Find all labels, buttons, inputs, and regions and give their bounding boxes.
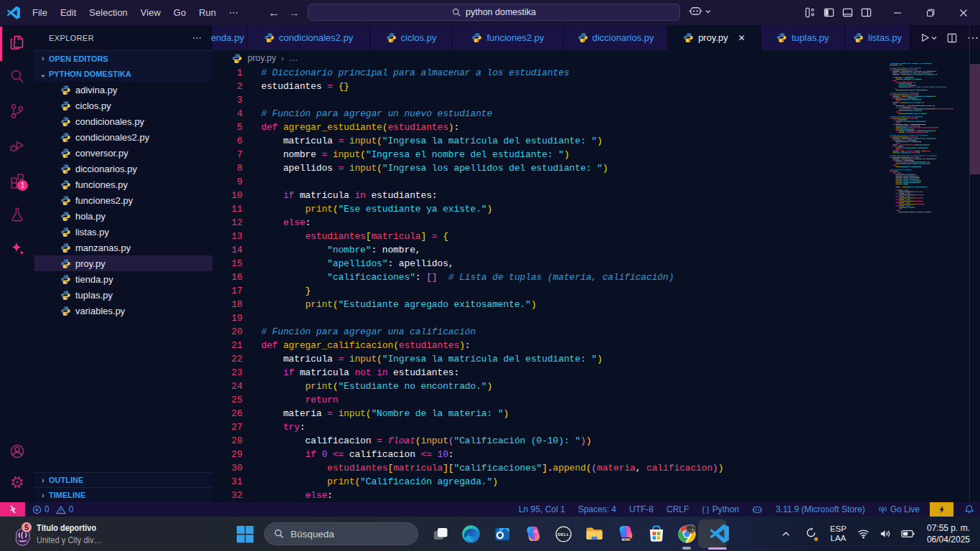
svg-text:DELL: DELL: [557, 532, 569, 536]
svg-text:M365: M365: [621, 538, 630, 542]
